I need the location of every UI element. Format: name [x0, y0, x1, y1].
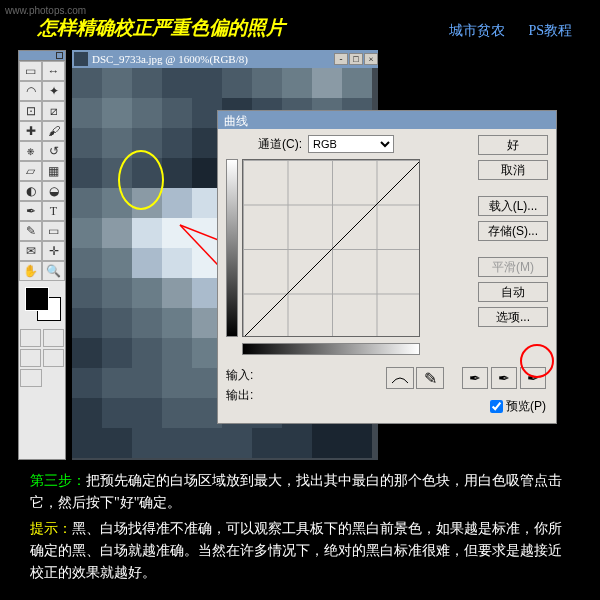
- instruction-tip: 提示：黑、白场找得准不准确，可以观察工具板下的黑白前景色，如果越是标准，你所确定…: [30, 518, 570, 584]
- output-label: 输出:: [226, 387, 253, 404]
- link-tutorial[interactable]: PS教程: [528, 23, 572, 38]
- mode-standard[interactable]: [20, 329, 41, 347]
- tool-gradient[interactable]: ▦: [42, 161, 65, 181]
- tool-pen[interactable]: ✎: [19, 221, 42, 241]
- color-swatches[interactable]: [23, 285, 61, 325]
- tool-history[interactable]: ↺: [42, 141, 65, 161]
- channel-label: 通道(C):: [258, 136, 302, 153]
- toolbox: ▭↔ ◠✦ ⊡⧄ ✚🖌 ⎈↺ ▱▦ ◐◒ ✒T ✎▭ ✉✛ ✋🔍: [18, 50, 66, 460]
- tool-notes[interactable]: ✉: [19, 241, 42, 261]
- close-icon[interactable]: [56, 52, 63, 59]
- toolbox-header: [19, 51, 65, 61]
- tool-move[interactable]: ↔: [42, 61, 65, 81]
- tool-slice[interactable]: ⧄: [42, 101, 65, 121]
- highlight-red-circle: [520, 344, 554, 378]
- vertical-gradient: [226, 159, 238, 337]
- cancel-button[interactable]: 取消: [478, 160, 548, 180]
- tool-brush[interactable]: 🖌: [42, 121, 65, 141]
- preview-label: 预览(P): [506, 398, 546, 415]
- watermark: www.photops.com: [5, 5, 86, 16]
- tool-eraser[interactable]: ▱: [19, 161, 42, 181]
- jump-icon[interactable]: [20, 369, 42, 387]
- tool-path[interactable]: ✒: [19, 201, 42, 221]
- screen-1[interactable]: [20, 349, 41, 367]
- close-icon[interactable]: ×: [364, 53, 378, 65]
- tool-zoom[interactable]: 🔍: [42, 261, 65, 281]
- instruction-step: 第三步：把预先确定的白场区域放到最大，找出其中最白的那个色块，用白色吸管点击它，…: [30, 470, 570, 514]
- tool-crop[interactable]: ⊡: [19, 101, 42, 121]
- curves-dialog[interactable]: 曲线 通道(C): RGB 输入: 输出: ✎ ✒ ✒ ✒ 预览(P) 好 取消: [217, 110, 557, 424]
- gray-eyedropper-icon[interactable]: ✒: [491, 367, 517, 389]
- link-author[interactable]: 城市贫农: [449, 23, 505, 38]
- maximize-icon[interactable]: □: [349, 53, 363, 65]
- top-links: 城市贫农 PS教程: [429, 22, 572, 40]
- foreground-color[interactable]: [25, 287, 49, 311]
- input-label: 输入:: [226, 367, 253, 384]
- document-title: DSC_9733a.jpg @ 1600%(RGB/8): [92, 53, 248, 65]
- tip-label: 提示：: [30, 521, 72, 536]
- document-icon: [74, 52, 88, 66]
- horizontal-gradient: [242, 343, 420, 355]
- tool-stamp[interactable]: ⎈: [19, 141, 42, 161]
- screen-2[interactable]: [43, 349, 64, 367]
- load-button[interactable]: 载入(L)...: [478, 196, 548, 216]
- pencil-mode-icon[interactable]: ✎: [416, 367, 444, 389]
- ok-button[interactable]: 好: [478, 135, 548, 155]
- black-eyedropper-icon[interactable]: ✒: [462, 367, 488, 389]
- curves-graph[interactable]: [242, 159, 420, 337]
- tool-heal[interactable]: ✚: [19, 121, 42, 141]
- tool-lasso[interactable]: ◠: [19, 81, 42, 101]
- channel-select[interactable]: RGB: [308, 135, 394, 153]
- save-button[interactable]: 存储(S)...: [478, 221, 548, 241]
- tool-dodge[interactable]: ◒: [42, 181, 65, 201]
- auto-button[interactable]: 自动: [478, 282, 548, 302]
- options-button[interactable]: 选项...: [478, 307, 548, 327]
- tool-blur[interactable]: ◐: [19, 181, 42, 201]
- svg-line-3: [243, 160, 419, 336]
- highlight-circle: [118, 150, 164, 210]
- document-titlebar[interactable]: DSC_9733a.jpg @ 1600%(RGB/8) -□×: [72, 50, 378, 68]
- smooth-button: 平滑(M): [478, 257, 548, 277]
- step-label: 第三步：: [30, 473, 86, 488]
- tool-eyedropper[interactable]: ✛: [42, 241, 65, 261]
- mode-quickmask[interactable]: [43, 329, 64, 347]
- tool-hand[interactable]: ✋: [19, 261, 42, 281]
- tool-marquee[interactable]: ▭: [19, 61, 42, 81]
- tool-shape[interactable]: ▭: [42, 221, 65, 241]
- preview-checkbox[interactable]: [490, 400, 503, 413]
- tool-wand[interactable]: ✦: [42, 81, 65, 101]
- curve-mode-icon[interactable]: [386, 367, 414, 389]
- minimize-icon[interactable]: -: [334, 53, 348, 65]
- curves-titlebar[interactable]: 曲线: [218, 111, 556, 129]
- tool-type[interactable]: T: [42, 201, 65, 221]
